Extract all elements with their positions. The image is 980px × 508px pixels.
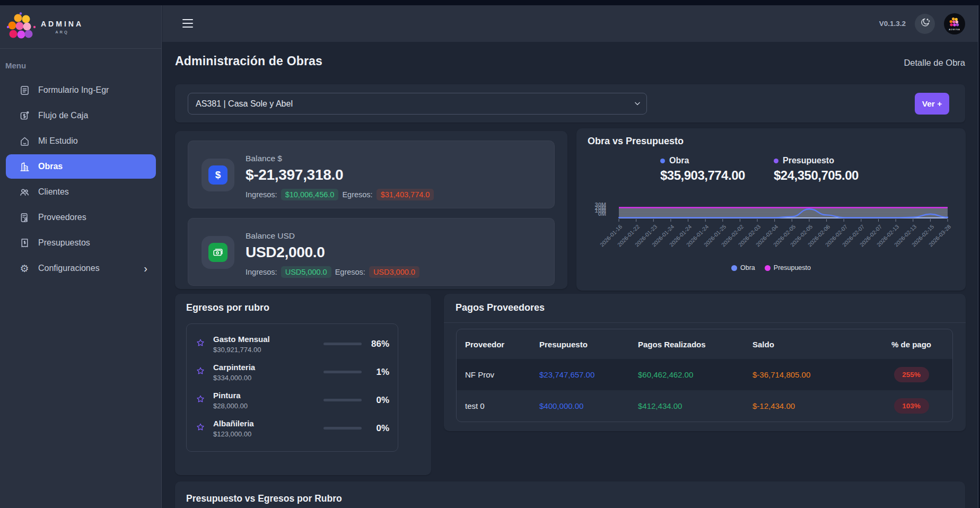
sidebar-item[interactable]: Flujo de Caja (6, 103, 156, 128)
obra-select[interactable]: AS381 | Casa Sole y Abel (188, 93, 647, 115)
brand-subtitle: ARQ (55, 30, 69, 34)
pagos-table: ProveedorPresupuestoPagos RealizadosSald… (456, 329, 953, 422)
progress-track (323, 343, 362, 345)
topbar: V0.1.3.2 ADMINA (162, 5, 980, 42)
x-axis-label: 2026-01-25 (703, 223, 727, 248)
sidebar-item-icon (19, 110, 30, 121)
egresos-list: Gasto Mensual $30,921,774.00 86% Carpint… (186, 323, 398, 452)
series-dot-icon (774, 159, 778, 163)
cell-presupuesto: $400,000.00 (539, 401, 638, 410)
dark-mode-toggle[interactable] (915, 14, 935, 34)
sidebar-item-icon (19, 212, 30, 223)
x-axis-label: 2026-02-15 (910, 223, 934, 248)
sidebar-item-label: Obras (38, 162, 63, 171)
app-root: ADMINA ARQ Menu Formulario Ing-Egr Flujo… (0, 0, 980, 508)
scrollbar[interactable] (978, 5, 980, 508)
x-axis-label: 2026-02-06 (807, 223, 831, 248)
legend-label: Obra (740, 264, 755, 271)
egreso-text: Carpinteria $334,000.00 (213, 363, 255, 382)
brand-text: ADMINA ARQ (41, 20, 83, 34)
balance-title: Balance USD (246, 231, 419, 241)
egreso-amount: $334,000.00 (213, 374, 255, 382)
sidebar-item[interactable]: Presupuestos (6, 231, 156, 255)
table-body: NF Prov $23,747,657.00 $60,462,462.00 $-… (457, 359, 952, 422)
sidebar-item[interactable]: ⚙ Configuraciones › (6, 256, 156, 281)
summary-entry: Obra $35,903,774.00 (660, 156, 745, 183)
egresos-value: $31,403,774.0 (377, 189, 434, 200)
column-header: Saldo (752, 340, 870, 349)
legend-dot-icon (731, 265, 737, 271)
balance-value: USD2,000.0 (246, 244, 419, 261)
egreso-progress: 0% (323, 423, 389, 434)
egreso-percent: 0% (366, 423, 389, 434)
cell-proveedor: NF Prov (465, 370, 539, 379)
column-header: % de pago (891, 340, 931, 349)
egreso-percent: 86% (366, 339, 389, 349)
egreso-text: Gasto Mensual $30,921,774.00 (213, 335, 270, 354)
moon-icon (920, 17, 931, 30)
divider (444, 322, 966, 323)
chart-legend: Obra Presupuesto (576, 264, 966, 271)
hamburger-menu-icon[interactable] (182, 19, 193, 28)
x-axis-label: 2026-01-16 (599, 223, 623, 248)
sidebar-item-icon: ⚙ (19, 262, 30, 274)
ingresos-value: $10,006,456.0 (281, 189, 339, 200)
pct-pago-badge: 103% (894, 398, 929, 414)
egreso-name: Carpinteria (213, 363, 255, 372)
star-icon (195, 422, 206, 435)
sidebar: ADMINA ARQ Menu Formulario Ing-Egr Flujo… (0, 5, 162, 508)
balance-flows: Ingresos: $10,006,456.0 Egresos: $31,403… (246, 189, 434, 200)
ingresos-label: Ingresos: (246, 190, 277, 199)
sidebar-item[interactable]: Mi Estudio (6, 129, 156, 153)
x-axis-label: 2026-01-24 (685, 223, 710, 248)
legend-label: Presupuesto (774, 264, 811, 271)
balance-info: Balance $ $-21,397,318.0 Ingresos: $10,0… (246, 154, 434, 200)
series-total-value: $24,350,705.00 (774, 168, 859, 183)
sidebar-item[interactable]: Proveedores (6, 205, 156, 230)
balance-title: Balance $ (246, 154, 434, 163)
progress-track (323, 371, 362, 373)
x-axis-label: 2026-02-03 (737, 223, 762, 248)
cell-presupuesto: $23,747,657.00 (539, 370, 638, 379)
legend-dot-icon (765, 265, 771, 271)
egreso-progress: 0% (323, 395, 389, 406)
egreso-name: Pintura (213, 391, 248, 400)
page-title: Administración de Obras (175, 54, 322, 68)
cell-pagos-realizados: $412,434.00 (638, 401, 752, 410)
star-icon (195, 338, 206, 351)
ingresos-label: Ingresos: (246, 268, 277, 276)
cell-saldo: $-12,434.00 (752, 401, 870, 410)
sidebar-item-label: Presupuestos (38, 238, 90, 248)
sidebar-item[interactable]: Clientes (6, 180, 156, 204)
x-axis-label: 2026-02-05 (789, 223, 813, 248)
series-label: Obra (669, 156, 689, 165)
x-axis-label: 2026-02-07 (841, 223, 865, 248)
currency-icon (208, 243, 228, 262)
app-version: V0.1.3.2 (879, 20, 906, 28)
x-axis-label: 2026-01-24 (651, 223, 675, 248)
egreso-text: Pintura $28,000.00 (213, 391, 248, 410)
sidebar-item-icon (19, 161, 30, 172)
egreso-name: Albañileria (213, 419, 254, 428)
legend-item: Obra (731, 264, 755, 271)
egreso-amount: $30,921,774.00 (213, 346, 270, 354)
egreso-amount: $28,000.00 (213, 402, 248, 410)
x-axis-label: 2026-02-02 (720, 223, 744, 248)
table-row[interactable]: test 0 $400,000.00 $412,434.00 $-12,434.… (457, 390, 952, 422)
series-label: Presupuesto (783, 156, 834, 165)
sidebar-item[interactable]: Obras (6, 154, 156, 179)
table-row[interactable]: NF Prov $23,747,657.00 $60,462,462.00 $-… (457, 359, 952, 390)
egreso-row: Gasto Mensual $30,921,774.00 86% (187, 330, 398, 358)
egresos-value: USD3,000.0 (369, 266, 419, 278)
sidebar-item-label: Formulario Ing-Egr (38, 85, 109, 95)
egresos-title: Egresos por rubro (186, 302, 269, 313)
balance-icon-frame: $ (202, 159, 234, 191)
sidebar-item-icon (19, 237, 30, 249)
egreso-progress: 86% (323, 339, 389, 349)
sidebar-item[interactable]: Formulario Ing-Egr (6, 78, 156, 102)
user-avatar[interactable]: ADMINA (944, 13, 965, 34)
egreso-name: Gasto Mensual (213, 335, 270, 344)
sidebar-item-label: Flujo de Caja (38, 111, 88, 120)
table-header: ProveedorPresupuestoPagos RealizadosSald… (457, 329, 952, 359)
ver-mas-button[interactable]: Ver + (915, 93, 949, 115)
